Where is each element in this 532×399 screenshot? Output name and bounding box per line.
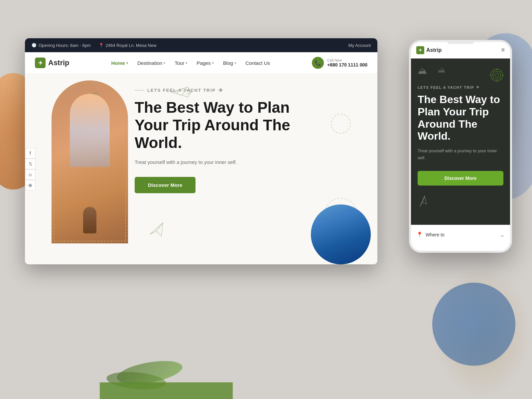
phone-logo[interactable]: ✈ Astrip: [416, 46, 442, 54]
instagram-button[interactable]: ☺: [25, 169, 36, 180]
logo-text: Astrip: [48, 59, 69, 67]
hero-title: The Best Way to Plan Your Trip Around Th…: [135, 99, 308, 152]
phone-discover-button[interactable]: Discover More: [418, 171, 503, 186]
call-info: Call Now +880 170 1111 000: [327, 58, 367, 67]
logo-icon: ✈: [35, 58, 46, 68]
top-bar-left: 🕐 Opening Hours: 8am - 6pm 📍 2464 Royal …: [32, 43, 156, 48]
nav-item-pages[interactable]: Pages ▾: [197, 60, 214, 66]
subtitle-plane-icon: ✈: [218, 87, 223, 93]
my-account-link[interactable]: My Account: [348, 43, 371, 48]
phone-logo-icon: ✈: [416, 46, 424, 54]
phone-subtitle-plane: ✈: [476, 85, 480, 89]
phone-hamburger-icon[interactable]: ≡: [501, 47, 505, 54]
twitter-button[interactable]: 𝕏: [25, 159, 36, 169]
phone-mountain-icon1: ⛰: [418, 65, 427, 76]
phone-hero: ⛰ ⛰: [411, 59, 510, 225]
bg-blue-circle: [432, 283, 515, 366]
phone-subtitle-text: LETS FEEL A YACHT TRIP: [418, 85, 474, 89]
nav-tour-chevron: ▾: [186, 61, 187, 65]
spiral-decoration: [331, 114, 351, 134]
phone-chevron-down-icon[interactable]: ⌄: [500, 231, 505, 238]
phone-icon: 📞: [312, 57, 324, 69]
arch-deco-border: [54, 82, 126, 241]
bg-green-bar: [100, 382, 233, 399]
phone-notch: [447, 42, 474, 44]
svg-point-2: [495, 73, 499, 77]
clouds-decoration: ☁: [91, 87, 99, 96]
phone-deco-dots: [490, 68, 503, 83]
nav-contact-label: Contact Us: [245, 60, 270, 66]
hero-subtitle-text: LETS FEEL A YACHT TRIP: [147, 88, 216, 93]
nav-item-blog[interactable]: Blog ▾: [223, 60, 236, 66]
top-bar: 🕐 Opening Hours: 8am - 6pm 📍 2464 Royal …: [25, 38, 377, 52]
nav-blog-label: Blog: [223, 60, 233, 66]
nav-destination-label: Destination: [137, 60, 162, 66]
main-header: ✈ Astrip Home ▾ Destination ▾ Tour ▾ Pag…: [25, 52, 377, 74]
social-sidebar: f 𝕏 ☺ ⊕: [25, 148, 36, 191]
pinterest-button[interactable]: ⊕: [25, 180, 36, 191]
call-number: +880 170 1111 000: [327, 62, 367, 67]
mountain-image: [311, 204, 371, 264]
phone-mountain-icon2: ⛰: [438, 65, 446, 74]
nav-pages-label: Pages: [197, 60, 211, 66]
opening-hours-item: 🕐 Opening Hours: 8am - 6pm: [32, 43, 91, 48]
address-text: 2464 Royal Ln. Mesa New: [106, 43, 156, 48]
phone-hero-description: Treat yourself with a journey to your in…: [418, 148, 503, 162]
nav-pages-chevron: ▾: [212, 61, 214, 65]
nav-item-contact[interactable]: Contact Us: [245, 60, 270, 66]
nav-item-tour[interactable]: Tour ▾: [175, 60, 187, 66]
facebook-button[interactable]: f: [25, 148, 36, 159]
phone-hero-subtitle: LETS FEEL A YACHT TRIP ✈: [418, 85, 503, 89]
blue-circle-image: [311, 204, 371, 264]
clock-icon: 🕐: [32, 43, 37, 48]
nav-item-destination[interactable]: Destination ▾: [137, 60, 165, 66]
phone-location-icon: 📍: [416, 231, 423, 238]
hero-subtitle: LETS FEEL A YACHT TRIP ✈: [135, 87, 308, 93]
arch-bg: [52, 80, 128, 243]
opening-hours-text: Opening Hours: 8am - 6pm: [39, 43, 91, 48]
desktop-browser-window: 🕐 Opening Hours: 8am - 6pm 📍 2464 Royal …: [25, 38, 377, 264]
location-icon: 📍: [99, 43, 104, 48]
phone-hero-title: The Best Way to Plan Your Trip Around Th…: [418, 93, 503, 142]
nav-blog-chevron: ▾: [234, 61, 236, 65]
phone-paper-plane: [416, 195, 430, 209]
nav-destination-chevron: ▾: [164, 61, 165, 65]
svg-point-1: [493, 71, 501, 79]
phone-header: ✈ Astrip ≡: [411, 42, 510, 59]
address-item: 📍 2464 Royal Ln. Mesa New: [99, 43, 156, 48]
phone-logo-text: Astrip: [426, 47, 442, 53]
nav-home-label: Home: [111, 60, 125, 66]
hero-arch-image: [52, 80, 128, 250]
mobile-phone-mockup: ✈ Astrip ≡ ⛰ ⛰: [409, 40, 512, 253]
hero-section: f 𝕏 ☺ ⊕ ☁: [25, 74, 377, 264]
phone-bottom-bar: 📍 Where to ⌄: [411, 225, 510, 244]
nav-tour-label: Tour: [175, 60, 184, 66]
header-call: 📞 Call Now +880 170 1111 000: [312, 57, 367, 69]
discover-more-button[interactable]: Discover More: [135, 177, 196, 193]
hero-description: Treat yourself with a journey to your in…: [135, 158, 308, 166]
phone-where-label: Where to: [426, 232, 445, 237]
call-label: Call Now: [327, 58, 367, 62]
nav-home-chevron: ▾: [126, 61, 128, 65]
paper-plane-decoration: [148, 221, 165, 238]
nav-item-home[interactable]: Home ▾: [111, 60, 128, 66]
hero-content: LETS FEEL A YACHT TRIP ✈ The Best Way to…: [135, 87, 308, 193]
phone-where-to[interactable]: 📍 Where to: [416, 231, 445, 238]
subtitle-line: [135, 90, 145, 90]
logo[interactable]: ✈ Astrip: [35, 58, 69, 68]
main-nav: Home ▾ Destination ▾ Tour ▾ Pages ▾ Blog…: [111, 60, 270, 66]
